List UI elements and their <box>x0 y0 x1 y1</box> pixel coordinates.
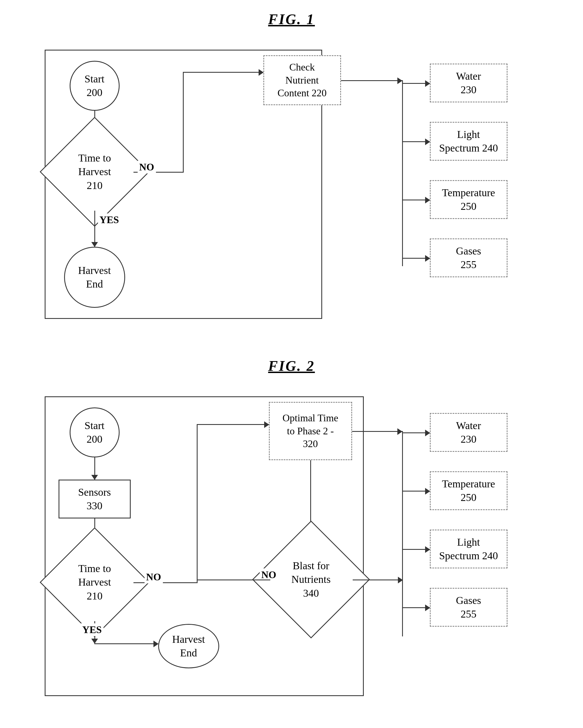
fig2-gases-node: Gases255 <box>430 588 507 627</box>
fig2-diagram: Start200 Sensors330 Time toHarvest210 NO <box>28 391 555 710</box>
fig1-yes-label: YES <box>98 213 121 226</box>
fig2-yes-label: YES <box>81 623 104 636</box>
fig2-start-node: Start200 <box>70 408 120 458</box>
fig2-no-label: NO <box>144 571 163 583</box>
page: FIG. 1 Start200 Time toHarvest210 NO <box>17 11 566 710</box>
figure-2-section: FIG. 2 Start200 Sensors330 Time toHarves… <box>17 358 566 710</box>
fig1-light-spectrum-node: LightSpectrum 240 <box>430 122 507 161</box>
fig1-start-node: Start200 <box>70 61 120 111</box>
fig2-light-spectrum-node: LightSpectrum 240 <box>430 529 507 568</box>
fig2-water-node: Water230 <box>430 413 507 452</box>
fig1-gases-node: Gases255 <box>430 238 507 277</box>
fig1-diagram: Start200 Time toHarvest210 NO C <box>28 44 555 336</box>
fig1-title: FIG. 1 <box>268 11 315 27</box>
fig2-title: FIG. 2 <box>268 358 315 374</box>
fig2-sensors-node: Sensors330 <box>58 479 131 518</box>
fig2-temperature-node: Temperature250 <box>430 471 507 510</box>
fig1-check-nutrient-node: CheckNutrientContent 220 <box>263 55 341 105</box>
fig1-temperature-node: Temperature250 <box>430 180 507 219</box>
fig2-harvest-end-node: HarvestEnd <box>158 624 219 668</box>
fig2-optimal-time-node: Optimal Timeto Phase 2 -320 <box>269 402 352 460</box>
fig1-no-label: NO <box>138 161 156 174</box>
fig1-harvest-end-node: HarvestEnd <box>64 247 125 308</box>
figure-1-section: FIG. 1 Start200 Time toHarvest210 NO <box>17 11 566 336</box>
fig1-water-node: Water230 <box>430 63 507 102</box>
